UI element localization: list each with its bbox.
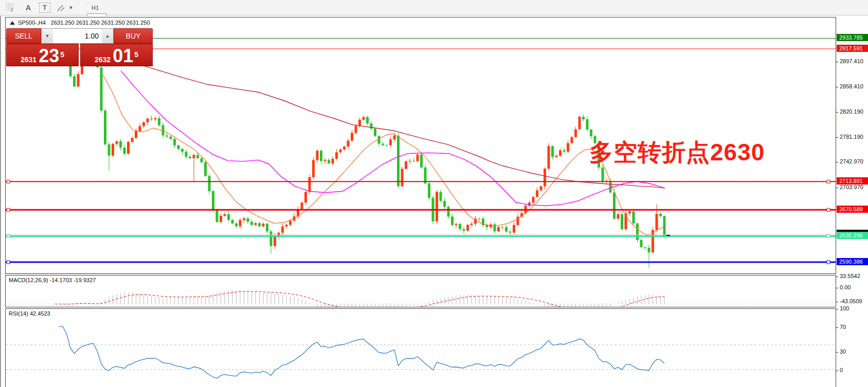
sell-price-whole: 2631 — [21, 55, 37, 64]
price-tick-label: 2703.970 — [840, 184, 863, 190]
svg-text:F: F — [11, 8, 14, 12]
buy-price-display[interactable]: 2632 01 5 — [80, 44, 153, 66]
rsi-pane[interactable]: RSI(14) 42.4523 — [5, 308, 836, 387]
price-line-label: 2917.591 — [837, 45, 868, 52]
sell-price-pips: 23 — [39, 48, 59, 64]
axis-tick — [836, 371, 838, 371]
timeframe-button-m30[interactable]: M30 — [87, 0, 107, 2]
axis-tick — [836, 162, 838, 162]
macd-label: MACD(12,26,9) -14.1703 -19.9327 — [9, 277, 96, 283]
rsi-axis-label: 100 — [840, 305, 849, 311]
buy-price-point: 5 — [134, 45, 138, 64]
price-tick-label: 2742.970 — [840, 158, 863, 164]
macd-pane[interactable]: MACD(12,26,9) -14.1703 -19.9327 — [5, 275, 836, 307]
macd-axis-label: 33.5542 — [840, 273, 860, 279]
axis-tick — [836, 137, 838, 138]
symbol-arrow-icon — [10, 21, 15, 25]
macd-axis-label: -43.0509 — [840, 298, 862, 304]
price-line-label: 2590.386 — [837, 258, 868, 265]
axis-tick — [836, 288, 838, 288]
axis-tick — [836, 188, 838, 188]
volume-input[interactable] — [53, 29, 102, 43]
price-line-label: 2670.589 — [837, 206, 868, 213]
text-label-icon[interactable]: A — [22, 2, 35, 13]
rsi-axis-label: 0 — [840, 367, 843, 373]
dropdown-caret-icon[interactable]: ▼ — [68, 2, 74, 13]
sell-button[interactable]: SELL — [6, 28, 41, 44]
axis-tick — [836, 309, 838, 309]
sell-price-point: 5 — [60, 45, 64, 64]
chart-symbol: SP500-,H4 — [18, 20, 46, 26]
chart-header: SP500-,H4 2631.250 2631.250 2631.250 263… — [10, 20, 150, 26]
rsi-label: RSI(14) 42.4523 — [9, 310, 50, 317]
macd-chart — [6, 275, 836, 307]
volume-decrease-button[interactable]: ▼ — [42, 29, 53, 43]
one-click-trade-panel: SELL ▼ ▲ BUY 2631 23 5 2632 01 5 — [6, 28, 153, 66]
toolbar-separator — [81, 2, 82, 13]
draw-objects-icon[interactable] — [55, 2, 68, 13]
axis-tick — [836, 277, 838, 277]
toolbar: F A T ▼ M1M5M15M30H1H4D1W1MN — [0, 0, 868, 15]
sell-price-display[interactable]: 2631 23 5 — [6, 44, 79, 66]
rsi-axis-label: 30 — [840, 348, 846, 355]
price-tick-label: 2781.190 — [840, 134, 863, 140]
price-line-label: 2933.785 — [837, 34, 868, 41]
axis-tick — [836, 62, 838, 62]
axis-tick — [836, 87, 838, 87]
macd-axis-label: 0.00 — [840, 284, 851, 290]
indicator-grid-icon[interactable]: F — [4, 2, 17, 13]
timeframe-button-h1[interactable]: H1 — [87, 2, 107, 13]
price-axis[interactable]: 2897.4102858.4102820.1902781.1902742.970… — [836, 17, 868, 387]
price-tick-label: 2820.190 — [840, 108, 863, 115]
chart-annotation-text: 多空转折点2630 — [589, 137, 765, 169]
price-tick-label: 2897.410 — [840, 58, 863, 64]
volume-increase-button[interactable]: ▲ — [102, 29, 113, 43]
price-line-label: 2630.295 — [837, 232, 868, 239]
chart-ohlc: 2631.250 2631.250 2631.250 2631.250 — [51, 20, 150, 26]
buy-price-pips: 01 — [113, 48, 133, 64]
axis-tick — [836, 112, 838, 113]
price-line-label: 2713.891 — [837, 177, 868, 185]
text-box-icon[interactable]: T — [39, 3, 50, 13]
buy-price-whole: 2632 — [95, 55, 111, 64]
rsi-chart — [6, 309, 836, 387]
buy-button[interactable]: BUY — [114, 28, 153, 44]
axis-tick — [836, 327, 838, 328]
axis-tick — [836, 302, 838, 302]
price-tick-label: 2858.410 — [840, 83, 863, 89]
chart-window: SP500-,H4 2631.250 2631.250 2631.250 263… — [0, 16, 868, 387]
rsi-axis-label: 70 — [840, 324, 846, 330]
axis-tick — [836, 352, 838, 353]
